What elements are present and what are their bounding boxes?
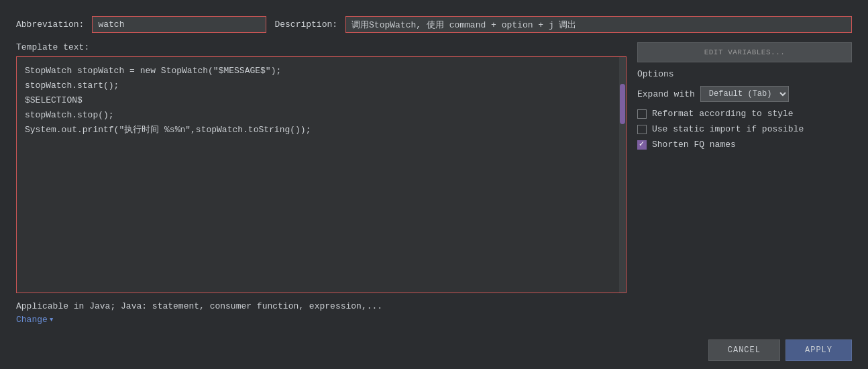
scrollbar-thumb [620,84,625,124]
options-section: Options Expand with Default (Tab) Tab En… [637,69,852,155]
expand-label: Expand with [637,89,695,99]
template-label: Template text: [16,42,627,52]
applicable-text: Applicable in Java; Java: statement, con… [16,301,852,311]
middle-row: Template text: StopWatch stopWatch = new… [16,42,852,293]
expand-row: Expand with Default (Tab) Tab Enter Spac… [637,86,852,102]
desc-label: Description: [274,19,337,30]
abbrev-label: Abbreviation: [16,19,84,30]
checkbox-row-static: Use static import if possible [637,124,852,134]
static-import-label: Use static import if possible [652,124,804,134]
checkbox-row-reformat: Reformat according to style [637,109,852,119]
template-textarea[interactable]: StopWatch stopWatch = new StopWatch("$ME… [17,57,619,293]
cancel-button[interactable]: CANCEL [708,339,780,361]
button-row: CANCEL APPLY [16,331,852,369]
checkbox-row-shorten: Shorten FQ names [637,140,852,150]
right-panel: EDIT VARIABLES... Options Expand with De… [637,42,852,293]
expand-select[interactable]: Default (Tab) Tab Enter Space [700,86,789,102]
description-input[interactable] [345,16,852,33]
static-import-checkbox[interactable] [637,125,647,134]
reformat-label: Reformat according to style [652,109,794,119]
top-row: Abbreviation: Description: [16,16,852,33]
template-area-wrapper: StopWatch stopWatch = new StopWatch("$ME… [16,56,627,293]
bottom-section: Applicable in Java; Java: statement, con… [16,301,852,331]
shorten-fq-label: Shorten FQ names [652,140,736,150]
change-label: Change [16,315,48,325]
shorten-fq-checkbox[interactable] [637,140,647,150]
scrollbar-track[interactable] [619,57,626,293]
change-chevron-icon: ▾ [49,314,54,325]
options-title: Options [637,69,852,79]
apply-button[interactable]: APPLY [785,339,852,361]
abbreviation-input[interactable] [92,16,266,33]
edit-variables-button[interactable]: EDIT VARIABLES... [637,42,852,62]
reformat-checkbox[interactable] [637,109,647,119]
live-template-dialog: Abbreviation: Description: Template text… [0,0,868,369]
left-panel: Template text: StopWatch stopWatch = new… [16,42,627,293]
change-link[interactable]: Change ▾ [16,314,54,325]
